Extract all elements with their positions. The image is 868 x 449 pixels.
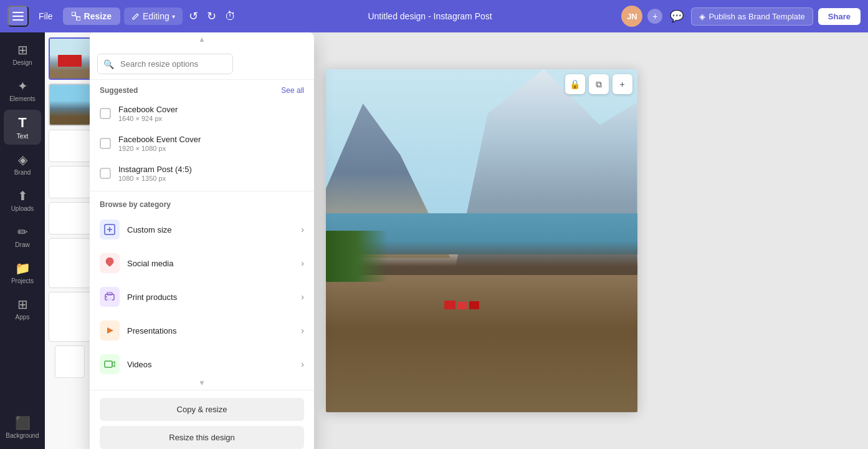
search-input[interactable] (97, 54, 233, 74)
topbar-center: Untitled design - Instagram Post (244, 11, 617, 21)
presentations-icon (100, 321, 120, 340)
publish-brand-template-button[interactable]: ◈ Publish as Brand Template (691, 7, 813, 26)
sidebar-item-draw[interactable]: ✏ Draw (4, 220, 41, 253)
house-3 (469, 301, 479, 309)
thumbnail-2[interactable] (49, 84, 91, 126)
topbar: File Resize Editing ▾ ⏱ Untitled design … (0, 0, 868, 32)
design-icon: ⊞ (17, 42, 28, 57)
divider (90, 191, 314, 191)
facebook-event-size: 1920 × 1080 px (118, 145, 304, 152)
file-button[interactable]: File (32, 7, 59, 25)
chevron-right-icon: › (301, 224, 304, 234)
category-presentations[interactable]: Presentations › (90, 314, 314, 347)
facebook-event-checkbox[interactable] (100, 138, 111, 149)
print-products-icon (100, 287, 120, 307)
sidebar-item-elements[interactable]: ✦ Elements (4, 74, 41, 107)
comments-icon: 💬 (670, 9, 684, 23)
resize-button[interactable]: Resize (63, 7, 120, 25)
thumbnail-placeholder-1 (49, 130, 91, 162)
trees (326, 231, 388, 282)
suggested-section-header: Suggested See all (90, 80, 314, 99)
svg-line-5 (75, 16, 77, 17)
chevron-right-icon: › (301, 292, 304, 302)
search-icon: 🔍 (103, 59, 114, 69)
resize-dropdown: ▲ 🔍 Suggested See all F (90, 32, 314, 449)
share-button[interactable]: Share (818, 8, 861, 25)
plus-icon: + (619, 79, 624, 89)
sidebar: ⊞ Design ✦ Elements T Text ◈ Brand ⬆ Upl… (0, 32, 45, 449)
sidebar-item-label: Uploads (11, 205, 34, 212)
chevron-right-icon: › (301, 326, 304, 336)
browse-label: Browse by category (100, 200, 171, 209)
thumbnail-placeholder-3 (49, 202, 91, 234)
sidebar-item-text[interactable]: T Text (4, 110, 41, 145)
presentations-label: Presentations (127, 326, 293, 336)
videos-icon (100, 354, 120, 374)
editing-button[interactable]: Editing ▾ (124, 7, 183, 25)
thumbnail-1[interactable] (49, 37, 91, 80)
facebook-cover-name: Facebook Cover (118, 105, 304, 114)
sidebar-item-apps[interactable]: ⊞ Apps (4, 292, 41, 326)
option-instagram-post[interactable]: Instagram Post (4:5) 1080 × 1350 px (90, 158, 314, 188)
custom-size-label: Custom size (127, 225, 293, 234)
thumbnail-placeholder-5 (49, 292, 91, 342)
sidebar-item-brand[interactable]: ◈ Brand (4, 147, 41, 181)
menu-button[interactable] (7, 6, 29, 27)
canvas-frame[interactable]: 🔒 ⧉ + (326, 69, 637, 412)
main-content: ⊞ Design ✦ Elements T Text ◈ Brand ⬆ Upl… (0, 32, 868, 449)
svg-rect-2 (12, 19, 24, 21)
instagram-post-checkbox[interactable] (100, 168, 111, 179)
add-collaborator-button[interactable]: + (647, 9, 662, 24)
category-custom-size[interactable]: Custom size › (90, 213, 314, 246)
category-social-media[interactable]: Social media › (90, 246, 314, 280)
resize-design-button[interactable]: Resize this design (100, 426, 304, 449)
svg-point-10 (106, 296, 107, 297)
instagram-post-size: 1080 × 1350 px (118, 175, 304, 182)
sidebar-item-uploads[interactable]: ⬆ Uploads (4, 183, 41, 217)
brand-icon: ◈ (18, 152, 27, 167)
add-button[interactable]: + (613, 74, 632, 94)
social-media-icon (100, 253, 120, 273)
topbar-left: File Resize Editing ▾ ⏱ (7, 6, 239, 27)
avatar[interactable]: JN (621, 6, 642, 27)
option-facebook-event-cover[interactable]: Facebook Event Cover 1920 × 1080 px (90, 128, 314, 158)
category-videos[interactable]: Videos › (90, 347, 314, 376)
dropdown-scroll[interactable]: Suggested See all Facebook Cover 1640 × … (90, 80, 314, 376)
lock-icon: 🔒 (570, 79, 580, 89)
timer-icon: ⏱ (225, 10, 236, 23)
copy-button[interactable]: ⧉ (589, 74, 609, 94)
chevron-right-icon: › (301, 359, 304, 369)
undo-button[interactable] (186, 7, 201, 26)
videos-label: Videos (127, 360, 293, 369)
sidebar-item-label: Apps (16, 314, 30, 321)
search-wrapper: 🔍 (97, 54, 307, 74)
option-facebook-cover[interactable]: Facebook Cover 1640 × 924 px (90, 99, 314, 128)
copy-resize-button[interactable]: Copy & resize (100, 398, 304, 421)
print-products-label: Print products (127, 292, 293, 302)
see-all-button[interactable]: See all (281, 86, 304, 95)
browse-section-header: Browse by category (90, 194, 314, 213)
undo-icon (189, 9, 198, 23)
category-print-products[interactable]: Print products › (90, 280, 314, 314)
scroll-up-indicator: ▲ (90, 32, 314, 46)
timer-button[interactable]: ⏱ (222, 7, 239, 26)
sidebar-item-design[interactable]: ⊞ Design (4, 37, 41, 71)
chevron-down-icon: ▼ (198, 379, 206, 387)
apps-icon: ⊞ (17, 297, 28, 312)
red-houses (444, 241, 522, 309)
svg-rect-4 (77, 17, 80, 21)
chevron-right-icon: › (301, 258, 304, 268)
lock-button[interactable]: 🔒 (565, 74, 585, 94)
svg-rect-12 (105, 361, 112, 367)
sidebar-item-label: Brand (14, 169, 31, 176)
comments-button[interactable]: 💬 (667, 7, 686, 26)
redo-button[interactable] (204, 7, 219, 26)
suggested-label: Suggested (100, 86, 138, 95)
sidebar-item-label: Design (12, 59, 32, 66)
facebook-cover-info: Facebook Cover 1640 × 924 px (118, 105, 304, 122)
sidebar-item-projects[interactable]: 📁 Projects (4, 256, 41, 289)
thumbnails-panel (45, 32, 95, 449)
sidebar-item-background[interactable]: ⬛ Background (4, 410, 41, 444)
draw-icon: ✏ (17, 224, 28, 239)
facebook-cover-checkbox[interactable] (100, 108, 111, 119)
